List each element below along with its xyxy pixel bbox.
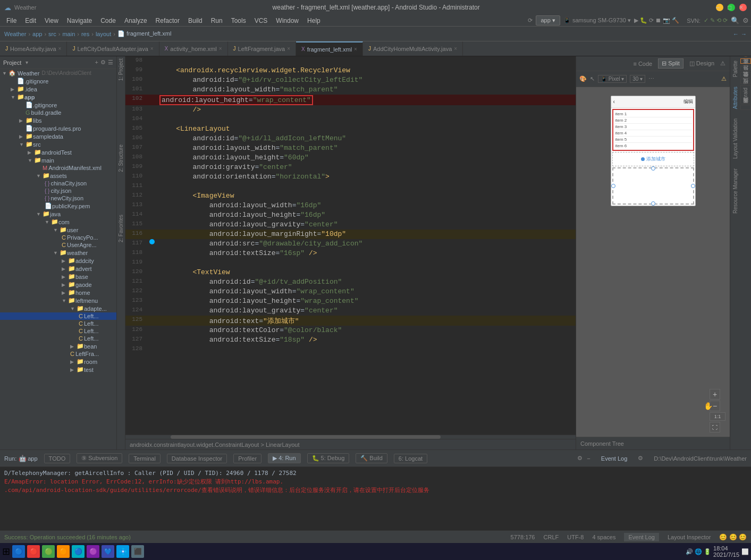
- menu-analyze[interactable]: Analyze: [120, 16, 151, 26]
- tab-close-leftfragment[interactable]: ×: [287, 46, 290, 52]
- panel-icon-add[interactable]: +: [95, 59, 98, 66]
- design-view-btn[interactable]: ◫ Design: [686, 58, 718, 69]
- nav-arrow-left[interactable]: ←: [733, 31, 739, 37]
- device-selector[interactable]: 📱 samsung SM-G9730 ▾: [563, 17, 631, 24]
- tree-item-buildgradle[interactable]: G build.gradle: [0, 109, 116, 116]
- code-view-btn[interactable]: ≡ Code: [629, 59, 656, 69]
- device-selector[interactable]: 📱 Pixel ▾: [598, 75, 627, 83]
- panel-resource-manager[interactable]: Resource Manager: [731, 166, 739, 216]
- taskbar-icon-2[interactable]: 🔴: [27, 545, 40, 558]
- tree-item-leftmenu[interactable]: ▼ 📁 leftmenu: [0, 296, 116, 304]
- tab-leftcitydefaultadapter[interactable]: J LeftCityDefaultAdapter.java ×: [67, 41, 159, 56]
- tree-item-androidmanifest[interactable]: M AndroidManifest.xml: [0, 164, 116, 172]
- tree-item-cityjson[interactable]: { } city.json: [0, 187, 116, 194]
- more-options[interactable]: ⋯: [648, 75, 654, 82]
- taskbar-icon-6[interactable]: 🟣: [87, 545, 99, 558]
- build-btn[interactable]: 🔨 Build: [356, 453, 387, 463]
- tab-addcityhomemulti[interactable]: J AddCityHomeMultiActivity.java ×: [363, 41, 463, 56]
- tree-item-left2[interactable]: C Left...: [0, 320, 116, 327]
- panel-icon-gear[interactable]: ☰: [108, 59, 113, 66]
- tree-item-proguard[interactable]: 📄 proguard-rules.pro: [0, 124, 116, 132]
- tree-item-base[interactable]: ▶ 📁 base: [0, 273, 116, 281]
- taskbar-icon-3[interactable]: 🟢: [42, 545, 55, 558]
- run4-btn[interactable]: ▶ 4: Run: [268, 453, 300, 463]
- taskbar-icon-1[interactable]: 🔵: [12, 545, 25, 558]
- tree-item-weather[interactable]: ▼ 📁 weather: [0, 249, 116, 257]
- cn-label-publish[interactable]: 发布文章: [740, 58, 751, 64]
- tree-item-app[interactable]: ▼ 📁 app: [0, 93, 116, 101]
- tree-item-bean[interactable]: ▶ 📁 bean: [0, 342, 116, 350]
- tab-homeactivity[interactable]: J HomeActivity.java ×: [0, 41, 67, 56]
- tab-close-activityhome[interactable]: ×: [219, 46, 222, 52]
- panel-label-project[interactable]: 1: Project: [118, 58, 124, 81]
- cn-label-comment[interactable]: 注释: [740, 72, 751, 78]
- tab-close-addcityhome[interactable]: ×: [454, 46, 457, 52]
- tree-item-newcityjson[interactable]: { } newCity.json: [0, 194, 116, 202]
- warning-badge[interactable]: ⚠: [721, 75, 727, 82]
- bc-file[interactable]: 📄 fragment_left.xml: [117, 30, 171, 37]
- tree-item-chinacity[interactable]: { } chinaCity.json: [0, 180, 116, 187]
- cn-label-insertclass[interactable]: 插入类图: [740, 105, 751, 110]
- menu-view[interactable]: View: [40, 16, 63, 26]
- run-config-dropdown[interactable]: app ▾: [536, 15, 560, 26]
- menu-refactor[interactable]: Refactor: [151, 16, 184, 26]
- tree-item-leftfra[interactable]: C LeftFra...: [0, 350, 116, 358]
- layout-inspector-btn[interactable]: Layout Inspector: [668, 534, 711, 540]
- tree-item-left3[interactable]: C Left...: [0, 327, 116, 335]
- settings-run-icon[interactable]: ⚙: [577, 455, 583, 462]
- tree-item-java[interactable]: ▼ 📁 java: [0, 210, 116, 218]
- tree-item-left4[interactable]: C Left...: [0, 335, 116, 342]
- bc-main[interactable]: main: [62, 31, 75, 37]
- event-log-btn[interactable]: Event Log: [601, 455, 628, 462]
- tree-item-publickey[interactable]: 📄 publicKey.pem: [0, 202, 116, 210]
- menu-edit[interactable]: Edit: [21, 16, 40, 26]
- subversion-btn[interactable]: ⑨ Subversion: [77, 453, 122, 463]
- split-view-btn[interactable]: ⊟ Split: [658, 58, 683, 69]
- cn-label-math[interactable]: 数学公式: [740, 79, 751, 84]
- menu-file[interactable]: File: [2, 16, 21, 26]
- tree-item-androidtest[interactable]: ▶ 📁 androidTest: [0, 148, 116, 156]
- taskbar-icon-4[interactable]: 🟠: [57, 545, 70, 558]
- panel-icon-settings[interactable]: ⚙: [100, 59, 106, 66]
- menu-vcs[interactable]: VCS: [250, 16, 272, 26]
- tree-item-gitignore2[interactable]: 📄 .gitignore: [0, 101, 116, 109]
- tree-item-useragre[interactable]: C UserAgre...: [0, 241, 116, 249]
- zoom-fullscreen-btn[interactable]: ⛶: [710, 422, 720, 432]
- panel-attributes[interactable]: Attributes: [731, 84, 739, 111]
- tree-item-test[interactable]: ▶ 📁 test: [0, 366, 116, 374]
- close-run-icon[interactable]: −: [587, 455, 590, 462]
- tree-item-main[interactable]: ▼ 📁 main: [0, 156, 116, 164]
- tree-item-home[interactable]: ▶ 📁 home: [0, 289, 116, 296]
- tree-item-privacypo[interactable]: C PrivacyPo...: [0, 234, 116, 241]
- tree-item-com[interactable]: ▼ 📁 com: [0, 218, 116, 226]
- palette-icon[interactable]: 🎨: [579, 75, 587, 82]
- menu-help[interactable]: Help: [303, 16, 325, 26]
- todo-btn[interactable]: TODO: [44, 454, 71, 463]
- cn-label-textstyle[interactable]: 文本样: [740, 66, 751, 71]
- panel-label-favorites[interactable]: 2: Favorites: [118, 215, 124, 242]
- tab-close-fragmentleft[interactable]: ×: [354, 46, 357, 52]
- tree-item-weather[interactable]: ▼ 🏠 Weather D:\Dev\AndroidClient: [0, 69, 116, 77]
- panel-label-structure[interactable]: 2: Structure: [118, 145, 124, 172]
- windows-icon[interactable]: ⊞: [2, 546, 10, 557]
- tab-fragmentleftxml[interactable]: X fragment_left.xml ×: [296, 41, 363, 56]
- profiler-btn[interactable]: Profiler: [233, 454, 261, 463]
- window-controls[interactable]: – □ ×: [716, 4, 747, 11]
- tab-close-leftcityadapter[interactable]: ×: [150, 46, 154, 52]
- preview-canvas[interactable]: ‹ 编辑 item 1 item 2 item 3 item 4 item 5 …: [576, 87, 730, 437]
- tree-item-left1[interactable]: C Left...: [0, 312, 116, 320]
- minimize-button[interactable]: –: [716, 4, 723, 11]
- tab-close-homeactivity[interactable]: ×: [58, 46, 62, 52]
- panel-layout-validation[interactable]: Layout Validation: [731, 116, 739, 161]
- code-editor[interactable]: 98 99 <androidx.recyclerview.widget.Recy…: [125, 56, 576, 435]
- menu-run[interactable]: Run: [207, 16, 227, 26]
- taskbar-icon-8[interactable]: 💠: [116, 545, 129, 558]
- tab-activityhomexml[interactable]: X activity_home.xml ×: [159, 41, 228, 56]
- settings-icon[interactable]: ⚙: [742, 16, 749, 24]
- bc-app[interactable]: app: [32, 31, 42, 37]
- cursor-icon[interactable]: ↖: [590, 75, 595, 82]
- breakpoint-dot[interactable]: [149, 239, 155, 244]
- tree-item-sampledata[interactable]: ▶ 📁 sampledata: [0, 132, 116, 140]
- taskbar-icon-9[interactable]: ⬛: [131, 545, 144, 558]
- nav-arrow-right[interactable]: →: [741, 31, 747, 37]
